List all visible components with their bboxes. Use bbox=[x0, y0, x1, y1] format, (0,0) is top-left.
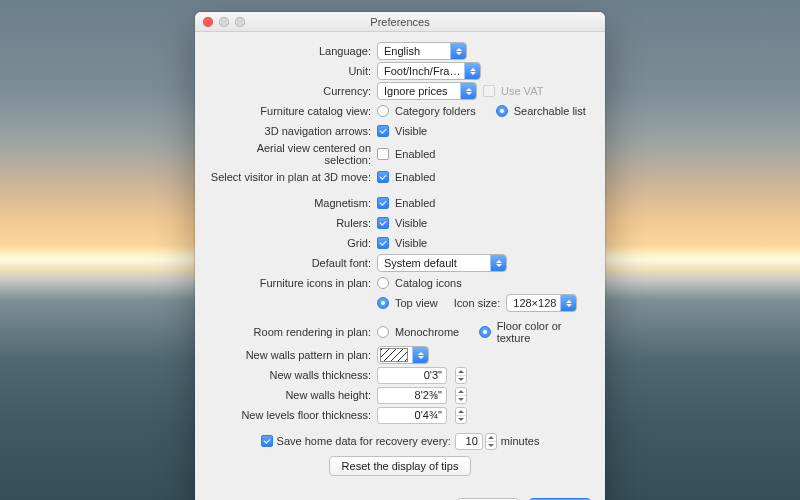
aerial-centered-checklabel: Enabled bbox=[395, 148, 435, 160]
label-unit: Unit: bbox=[209, 65, 377, 77]
catalog-folders-radio[interactable] bbox=[377, 105, 389, 117]
rulers-checkbox[interactable] bbox=[377, 217, 389, 229]
nav-arrows-checkbox[interactable] bbox=[377, 125, 389, 137]
label-currency: Currency: bbox=[209, 85, 377, 97]
autosave-field[interactable]: 10 bbox=[455, 433, 483, 450]
nav-arrows-checklabel: Visible bbox=[395, 125, 427, 137]
reset-tips-label: Reset the display of tips bbox=[342, 460, 459, 472]
icons-catalog-label: Catalog icons bbox=[395, 277, 462, 289]
default-font-select[interactable]: System default bbox=[377, 254, 507, 272]
unit-select[interactable]: Foot/Inch/Fra… bbox=[377, 62, 481, 80]
label-furniture-icons: Furniture icons in plan: bbox=[209, 277, 377, 289]
levels-thickness-stepper[interactable] bbox=[455, 407, 467, 424]
magnetism-checklabel: Enabled bbox=[395, 197, 435, 209]
hatch-pattern-icon bbox=[380, 348, 408, 362]
room-floor-label: Floor color or texture bbox=[497, 320, 591, 344]
use-vat-label: Use VAT bbox=[501, 85, 543, 97]
label-language: Language: bbox=[209, 45, 377, 57]
preferences-window: Preferences Language: English Unit: Foot… bbox=[195, 12, 605, 500]
label-room-rendering: Room rendering in plan: bbox=[209, 326, 377, 338]
language-value: English bbox=[384, 45, 420, 57]
catalog-searchable-label: Searchable list bbox=[514, 105, 586, 117]
levels-thickness-field[interactable]: 0'4¾" bbox=[377, 407, 447, 424]
autosave-stepper[interactable] bbox=[485, 433, 497, 450]
currency-value: Ignore prices bbox=[384, 85, 448, 97]
reset-tips-button[interactable]: Reset the display of tips bbox=[329, 456, 472, 476]
content: Language: English Unit: Foot/Inch/Fra… C… bbox=[195, 32, 605, 488]
label-walls-pattern: New walls pattern in plan: bbox=[209, 349, 377, 361]
magnetism-checkbox[interactable] bbox=[377, 197, 389, 209]
walls-thickness-value: 0'3" bbox=[424, 369, 442, 381]
icons-catalog-radio[interactable] bbox=[377, 277, 389, 289]
room-mono-label: Monochrome bbox=[395, 326, 459, 338]
titlebar[interactable]: Preferences bbox=[195, 12, 605, 32]
room-floor-radio[interactable] bbox=[479, 326, 491, 338]
label-walls-height: New walls height: bbox=[209, 389, 377, 401]
default-font-value: System default bbox=[384, 257, 457, 269]
chevron-updown-icon bbox=[460, 83, 476, 99]
room-mono-radio[interactable] bbox=[377, 326, 389, 338]
walls-thickness-stepper[interactable] bbox=[455, 367, 467, 384]
currency-select[interactable]: Ignore prices bbox=[377, 82, 477, 100]
label-icon-size: Icon size: bbox=[454, 297, 500, 309]
rulers-checklabel: Visible bbox=[395, 217, 427, 229]
chevron-updown-icon bbox=[560, 295, 576, 311]
label-select-visitor: Select visitor in plan at 3D move: bbox=[209, 171, 377, 183]
catalog-folders-label: Category folders bbox=[395, 105, 476, 117]
chevron-updown-icon bbox=[412, 347, 428, 363]
chevron-updown-icon bbox=[450, 43, 466, 59]
walls-height-value: 8'2⅜" bbox=[415, 389, 442, 401]
label-rulers: Rulers: bbox=[209, 217, 377, 229]
aerial-centered-checkbox[interactable] bbox=[377, 148, 389, 160]
select-visitor-checkbox[interactable] bbox=[377, 171, 389, 183]
select-visitor-checklabel: Enabled bbox=[395, 171, 435, 183]
use-vat-checkbox bbox=[483, 85, 495, 97]
grid-checkbox[interactable] bbox=[377, 237, 389, 249]
unit-value: Foot/Inch/Fra… bbox=[384, 65, 460, 77]
icon-size-select[interactable]: 128×128 bbox=[506, 294, 577, 312]
label-aerial: Aerial view centered on selection: bbox=[209, 142, 377, 166]
autosave-prefix: Save home data for recovery every: bbox=[277, 435, 451, 447]
catalog-searchable-radio[interactable] bbox=[496, 105, 508, 117]
label-nav-arrows: 3D navigation arrows: bbox=[209, 125, 377, 137]
chevron-updown-icon bbox=[490, 255, 506, 271]
icon-size-value: 128×128 bbox=[513, 297, 556, 309]
icons-topview-radio[interactable] bbox=[377, 297, 389, 309]
label-catalog-view: Furniture catalog view: bbox=[209, 105, 377, 117]
label-default-font: Default font: bbox=[209, 257, 377, 269]
autosave-suffix: minutes bbox=[501, 435, 540, 447]
walls-pattern-select[interactable] bbox=[377, 346, 429, 364]
walls-thickness-field[interactable]: 0'3" bbox=[377, 367, 447, 384]
levels-thickness-value: 0'4¾" bbox=[415, 409, 442, 421]
footer: Cancel OK bbox=[195, 488, 605, 500]
label-walls-thickness: New walls thickness: bbox=[209, 369, 377, 381]
language-select[interactable]: English bbox=[377, 42, 467, 60]
label-magnetism: Magnetism: bbox=[209, 197, 377, 209]
walls-height-stepper[interactable] bbox=[455, 387, 467, 404]
grid-checklabel: Visible bbox=[395, 237, 427, 249]
walls-height-field[interactable]: 8'2⅜" bbox=[377, 387, 447, 404]
window-title: Preferences bbox=[195, 16, 605, 28]
label-grid: Grid: bbox=[209, 237, 377, 249]
icons-topview-label: Top view bbox=[395, 297, 438, 309]
autosave-value: 10 bbox=[466, 435, 478, 447]
autosave-checkbox[interactable] bbox=[261, 435, 273, 447]
chevron-updown-icon bbox=[464, 63, 480, 79]
label-levels-thickness: New levels floor thickness: bbox=[209, 409, 377, 421]
